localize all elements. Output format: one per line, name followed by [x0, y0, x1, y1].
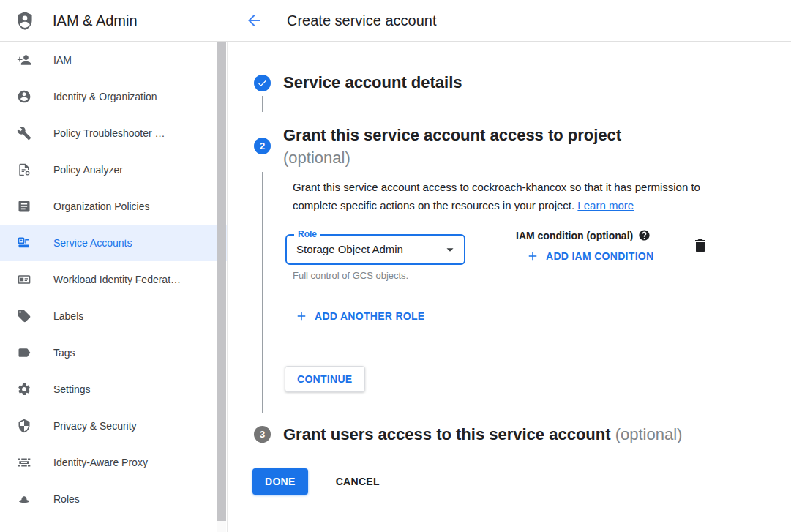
- sidebar-item-roles[interactable]: Roles: [0, 481, 227, 517]
- sidebar-item-label: Organization Policies: [53, 201, 168, 212]
- wrench-icon: [17, 126, 31, 141]
- iam-admin-shield-icon: [15, 10, 35, 31]
- sidebar-item-iam[interactable]: IAM: [0, 42, 227, 78]
- label-arrow-icon: [17, 345, 31, 360]
- sidebar-item-label: Roles: [53, 493, 97, 505]
- hat-icon: [17, 492, 31, 506]
- dropdown-arrow-icon: [442, 241, 458, 258]
- sidebar-item-policy-analyzer[interactable]: Policy Analyzer: [0, 151, 227, 188]
- add-iam-condition-button[interactable]: ADD IAM CONDITION: [526, 250, 653, 263]
- proxy-icon: [17, 455, 31, 470]
- step2-title: Grant this service account access to pro…: [283, 124, 671, 169]
- sidebar-scrollbar-thumb[interactable]: [217, 42, 226, 521]
- article-icon: [17, 199, 31, 214]
- add-another-role-button[interactable]: ADD ANOTHER ROLE: [295, 310, 425, 323]
- step2-description-text: Grant this service account access to coc…: [293, 181, 700, 211]
- step1-complete-badge: [254, 75, 271, 91]
- plus-icon: [526, 250, 539, 263]
- sidebar-item-label: Labels: [53, 310, 101, 322]
- page-title: Create service account: [287, 12, 437, 29]
- gear-icon: [17, 382, 31, 397]
- sidebar-item-list: IAM Identity & Organization Policy Troub…: [0, 42, 227, 517]
- sidebar-item-organization-policies[interactable]: Organization Policies: [0, 188, 227, 225]
- step3-title: Grant users access to this service accou…: [283, 425, 682, 444]
- add-another-role-label: ADD ANOTHER ROLE: [315, 310, 425, 322]
- trash-icon: [691, 237, 709, 255]
- sidebar-item-label: IAM: [53, 54, 89, 66]
- shield-half-icon: [17, 419, 31, 433]
- done-button[interactable]: DONE: [252, 468, 308, 495]
- form-footer: DONE CANCEL: [252, 468, 383, 495]
- sidebar-item-identity-aware-proxy[interactable]: Identity-Aware Proxy: [0, 444, 227, 481]
- step2-optional-label: (optional): [283, 149, 350, 167]
- step1-title: Service account details: [283, 73, 462, 92]
- app-header-right: Create service account: [228, 0, 791, 41]
- role-helper-text: Full control of GCS objects.: [293, 270, 408, 281]
- sidebar-item-label: Identity-Aware Proxy: [53, 457, 165, 468]
- sidebar-nav: IAM Identity & Organization Policy Troub…: [0, 42, 228, 532]
- role-field-value: Storage Object Admin: [296, 236, 403, 263]
- service-account-icon: [17, 236, 31, 250]
- app-header-left: IAM & Admin: [0, 0, 228, 41]
- sidebar-item-label: Tags: [53, 347, 93, 359]
- sidebar-item-settings[interactable]: Settings: [0, 371, 227, 408]
- step-connector-line: [262, 96, 263, 112]
- iam-condition-label: IAM condition (optional): [516, 230, 633, 241]
- step2-title-text: Grant this service account access to pro…: [283, 126, 621, 144]
- person-circle-icon: [17, 89, 31, 104]
- step-connector-line: [262, 172, 263, 413]
- sidebar-item-identity-organization[interactable]: Identity & Organization: [0, 78, 227, 115]
- add-iam-condition-label: ADD IAM CONDITION: [546, 250, 653, 262]
- person-add-icon: [17, 53, 31, 67]
- create-service-account-form: Service account details 2 Grant this ser…: [228, 42, 791, 532]
- app-header: IAM & Admin Create service account: [0, 0, 791, 42]
- sidebar-item-label: Workload Identity Federat…: [53, 274, 198, 285]
- cancel-button[interactable]: CANCEL: [333, 468, 383, 495]
- step3-number-badge: 3: [254, 426, 271, 443]
- sidebar-item-label: Settings: [53, 383, 108, 395]
- step2-number-badge: 2: [254, 138, 271, 154]
- check-icon: [257, 78, 268, 89]
- back-arrow-icon[interactable]: [244, 11, 263, 30]
- app-title: IAM & Admin: [53, 12, 138, 29]
- step2-description: Grant this service account access to coc…: [293, 178, 719, 214]
- sidebar-scrollbar-track[interactable]: [217, 42, 226, 532]
- sidebar-item-policy-troubleshooter[interactable]: Policy Troubleshooter …: [0, 115, 227, 151]
- sidebar-item-workload-identity-federat[interactable]: Workload Identity Federat…: [0, 261, 227, 298]
- sidebar-item-label: Policy Troubleshooter …: [53, 127, 183, 139]
- sidebar-item-label: Service Accounts: [53, 237, 149, 249]
- iam-condition-row: IAM condition (optional): [516, 229, 651, 241]
- sidebar-item-labels[interactable]: Labels: [0, 298, 227, 334]
- role-select[interactable]: Role Storage Object Admin: [285, 234, 465, 265]
- sidebar-item-service-accounts[interactable]: Service Accounts: [0, 225, 227, 261]
- continue-button[interactable]: CONTINUE: [285, 366, 365, 392]
- sidebar-item-privacy-security[interactable]: Privacy & Security: [0, 408, 227, 444]
- card-icon: [17, 272, 31, 287]
- sidebar-item-label: Policy Analyzer: [53, 164, 140, 176]
- delete-role-button[interactable]: [691, 237, 709, 255]
- tag-icon: [17, 309, 31, 323]
- learn-more-link[interactable]: Learn more: [577, 199, 634, 211]
- plus-icon: [295, 310, 308, 323]
- sidebar-item-label: Identity & Organization: [53, 91, 175, 102]
- step3-title-text: Grant users access to this service accou…: [283, 425, 611, 443]
- policy-analyzer-icon: [17, 162, 31, 177]
- help-icon[interactable]: [638, 229, 651, 241]
- sidebar-item-label: Privacy & Security: [53, 420, 154, 432]
- step3-optional-label: (optional): [615, 425, 683, 443]
- sidebar-item-tags[interactable]: Tags: [0, 334, 227, 371]
